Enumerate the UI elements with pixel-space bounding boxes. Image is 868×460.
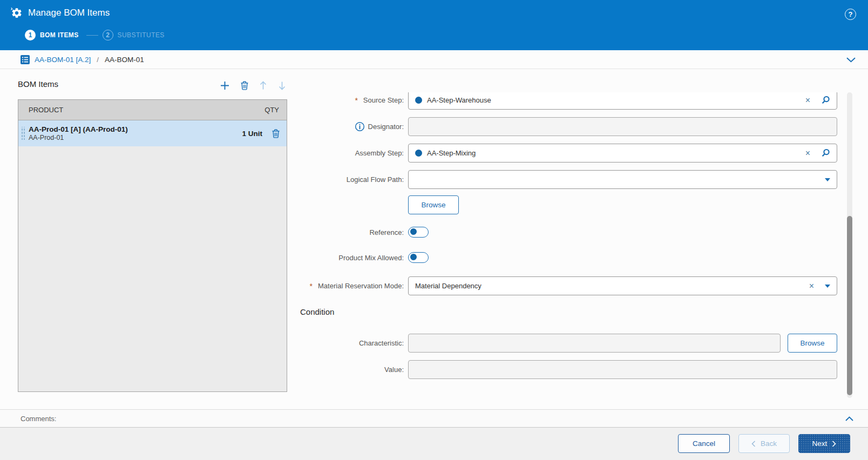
source-step-value: AA-Step-Warehouse: [427, 96, 491, 104]
next-button[interactable]: Next: [798, 434, 850, 453]
breadcrumb: AA-BOM-01 [A.2] / AA-BOM-01: [0, 50, 868, 69]
clear-icon[interactable]: ×: [809, 282, 814, 290]
chevron-down-icon[interactable]: [825, 285, 830, 288]
wizard-steps: 1 BOM ITEMS 2 SUBSTITUTES: [25, 30, 165, 40]
required-asterisk: *: [355, 96, 357, 105]
source-step-label: * Source Step:: [291, 96, 404, 105]
row-delete-icon[interactable]: [272, 129, 280, 138]
qty-cell: 1 Unit: [242, 130, 262, 138]
step-2-circle[interactable]: 2: [103, 30, 113, 40]
browse-flow-path-button[interactable]: Browse: [408, 195, 459, 214]
reference-toggle[interactable]: [408, 227, 429, 238]
characteristic-row: Characteristic: Browse: [291, 334, 837, 353]
value-label: Value:: [291, 366, 404, 374]
table-header-row: PRODUCT QTY: [18, 100, 287, 120]
product-mix-toggle[interactable]: [408, 252, 429, 263]
characteristic-input[interactable]: [408, 334, 781, 353]
app-header: Manage BOM Items ? 1 BOM ITEMS 2 SUBSTIT…: [0, 0, 868, 50]
move-up-icon[interactable]: [259, 81, 267, 90]
material-reservation-mode-select[interactable]: Material Dependency ×: [408, 276, 837, 295]
browse-characteristic-button[interactable]: Browse: [788, 334, 837, 353]
help-icon[interactable]: ?: [845, 9, 856, 20]
entity-dot-icon: [415, 97, 422, 104]
breadcrumb-separator: /: [97, 56, 99, 64]
assembly-step-input[interactable]: AA-Step-Mixing ×: [408, 144, 837, 163]
cancel-button[interactable]: Cancel: [678, 434, 730, 453]
bom-item-form: * Source Step: AA-Step-Warehouse ×: [291, 92, 842, 399]
step-connector: [86, 35, 98, 36]
required-asterisk: *: [310, 282, 313, 290]
source-step-row: * Source Step: AA-Step-Warehouse ×: [291, 92, 837, 110]
product-description: AA-Prod-01: [29, 134, 128, 142]
clear-icon[interactable]: ×: [805, 149, 810, 158]
designator-input[interactable]: [408, 117, 837, 136]
product-mix-row: Product Mix Allowed:: [291, 252, 837, 263]
characteristic-label: Characteristic:: [291, 339, 404, 347]
step-1-circle[interactable]: 1: [25, 30, 36, 40]
search-icon[interactable]: [821, 96, 830, 105]
value-input[interactable]: [408, 360, 837, 379]
step-1-label[interactable]: BOM ITEMS: [40, 31, 79, 39]
toggle-knob: [410, 228, 417, 235]
column-header-product: PRODUCT: [29, 106, 63, 114]
designator-row: Designator:: [291, 117, 837, 136]
material-reservation-mode-label: * Material Reservation Mode:: [291, 282, 404, 290]
bom-items-panel-title: BOM Items: [18, 79, 58, 89]
back-chevron-icon: [751, 441, 756, 447]
assembly-step-row: Assembly Step: AA-Step-Mixing ×: [291, 144, 837, 163]
material-reservation-mode-row: * Material Reservation Mode: Material De…: [291, 276, 837, 295]
comments-bar: Comments:: [0, 409, 868, 428]
toggle-knob: [410, 254, 417, 260]
breadcrumb-current: AA-BOM-01: [105, 56, 144, 64]
designator-label: Designator:: [291, 121, 404, 132]
step-2-label[interactable]: SUBSTITUTES: [118, 31, 165, 39]
bom-items-toolbar: [220, 81, 286, 90]
breadcrumb-bom-link[interactable]: AA-BOM-01 [A.2]: [35, 56, 91, 64]
chevron-down-icon[interactable]: [825, 178, 830, 181]
wizard-gear-icon: [11, 7, 23, 19]
entity-dot-icon: [415, 150, 422, 157]
clear-icon[interactable]: ×: [805, 96, 810, 105]
header-title-row: Manage BOM Items ?: [0, 0, 868, 26]
reference-row: Reference:: [291, 227, 837, 238]
move-down-icon[interactable]: [278, 81, 286, 90]
collapse-chevron-down-icon[interactable]: [846, 56, 856, 65]
logical-flow-path-label: Logical Flow Path:: [291, 175, 404, 184]
source-step-input[interactable]: AA-Step-Warehouse ×: [408, 92, 837, 110]
logical-flow-path-row: Logical Flow Path:: [291, 170, 837, 189]
material-reservation-mode-value: Material Dependency: [415, 282, 482, 290]
value-row: Value:: [291, 360, 837, 379]
manage-bom-items-window: Manage BOM Items ? 1 BOM ITEMS 2 SUBSTIT…: [0, 0, 868, 460]
info-icon[interactable]: [355, 121, 365, 132]
reference-label: Reference:: [291, 228, 404, 236]
bom-items-table: PRODUCT QTY AA-Prod-01 [A] (AA-Prod-01) …: [18, 99, 287, 392]
product-cell: AA-Prod-01 [A] (AA-Prod-01) AA-Prod-01: [29, 125, 128, 142]
add-item-icon[interactable]: [220, 81, 229, 90]
assembly-step-label: Assembly Step:: [291, 149, 404, 157]
comments-chevron-up-icon[interactable]: [845, 415, 854, 424]
product-mix-label: Product Mix Allowed:: [291, 254, 404, 262]
product-name: AA-Prod-01 [A] (AA-Prod-01): [29, 125, 128, 134]
form-scrollbar-thumb[interactable]: [847, 216, 852, 395]
condition-section-title: Condition: [300, 307, 334, 316]
page-title: Manage BOM Items: [28, 8, 110, 18]
table-row[interactable]: AA-Prod-01 [A] (AA-Prod-01) AA-Prod-01 1…: [18, 120, 287, 146]
comments-label: Comments:: [21, 415, 56, 423]
next-chevron-icon: [832, 441, 836, 447]
bom-list-icon: [21, 55, 30, 64]
search-icon[interactable]: [821, 148, 830, 158]
assembly-step-value: AA-Step-Mixing: [427, 149, 476, 157]
back-button[interactable]: Back: [738, 434, 790, 453]
drag-handle-icon[interactable]: [21, 127, 25, 140]
form-scrollbar-track[interactable]: [847, 92, 852, 398]
column-header-qty: QTY: [265, 106, 279, 114]
delete-item-icon[interactable]: [240, 81, 249, 90]
logical-flow-path-select[interactable]: [408, 170, 837, 189]
wizard-footer: Cancel Back Next: [0, 428, 868, 460]
